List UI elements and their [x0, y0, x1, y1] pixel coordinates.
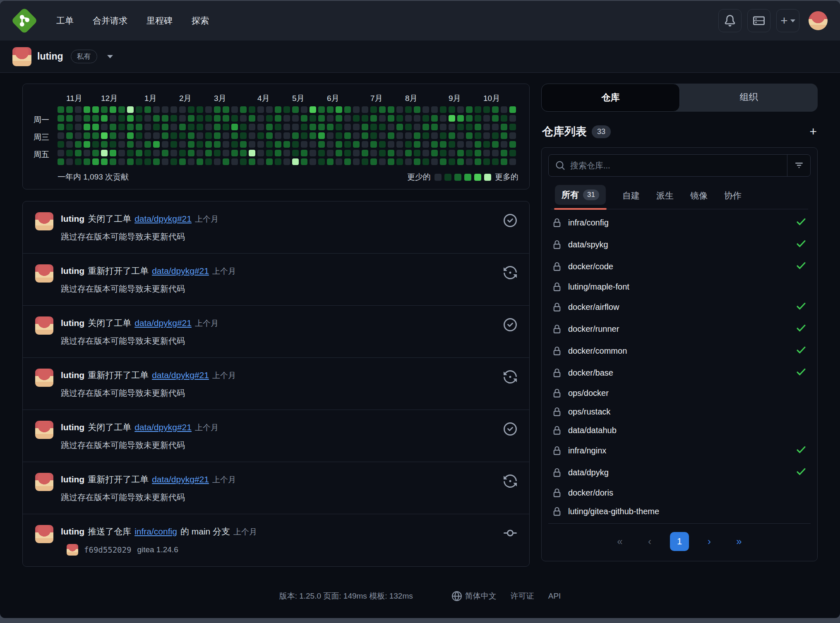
heatmap-cell[interactable]	[118, 115, 125, 122]
heatmap-cell[interactable]	[449, 115, 455, 122]
heatmap-cell[interactable]	[353, 124, 360, 130]
heatmap-cell[interactable]	[292, 141, 299, 148]
heatmap-cell[interactable]	[318, 141, 325, 148]
heatmap-cell[interactable]	[353, 141, 360, 148]
feed-avatar[interactable]	[35, 212, 53, 230]
heatmap-cell[interactable]	[153, 150, 160, 156]
heatmap-cell[interactable]	[205, 115, 212, 122]
heatmap-cell[interactable]	[249, 150, 255, 156]
heatmap-cell[interactable]	[440, 124, 446, 130]
heatmap-cell[interactable]	[214, 141, 221, 148]
heatmap-cell[interactable]	[353, 106, 360, 113]
heatmap-cell[interactable]	[75, 115, 82, 122]
heatmap-cell[interactable]	[92, 141, 99, 148]
heatmap-cell[interactable]	[440, 106, 446, 113]
heatmap-cell[interactable]	[370, 124, 377, 130]
heatmap-cell[interactable]	[362, 124, 368, 130]
heatmap-cell[interactable]	[396, 158, 403, 165]
heatmap-cell[interactable]	[66, 141, 73, 148]
heatmap-cell[interactable]	[483, 106, 490, 113]
gitea-logo-icon[interactable]	[11, 7, 38, 34]
repo-row[interactable]: infra/nginx	[548, 440, 811, 462]
heatmap-cell[interactable]	[492, 150, 499, 156]
heatmap-cell[interactable]	[501, 150, 507, 156]
heatmap-cell[interactable]	[153, 106, 160, 113]
heatmap-cell[interactable]	[66, 106, 73, 113]
heatmap-cell[interactable]	[414, 106, 420, 113]
repo-name[interactable]: docker/base	[568, 368, 789, 378]
heatmap-cell[interactable]	[275, 106, 281, 113]
heatmap-cell[interactable]	[318, 132, 325, 139]
heatmap-cell[interactable]	[257, 141, 264, 148]
heatmap-cell[interactable]	[92, 115, 99, 122]
heatmap-cell[interactable]	[466, 158, 473, 165]
heatmap-cell[interactable]	[136, 132, 142, 139]
heatmap-cell[interactable]	[205, 150, 212, 156]
heatmap-cell[interactable]	[249, 124, 255, 130]
heatmap-cell[interactable]	[466, 132, 473, 139]
heatmap-cell[interactable]	[405, 106, 412, 113]
heatmap-cell[interactable]	[292, 124, 299, 130]
heatmap-cell[interactable]	[310, 141, 316, 148]
heatmap-cell[interactable]	[422, 150, 429, 156]
heatmap-cell[interactable]	[84, 141, 90, 148]
heatmap-cell[interactable]	[457, 115, 464, 122]
heatmap-cell[interactable]	[110, 150, 116, 156]
heatmap-cell[interactable]	[483, 141, 490, 148]
heatmap-cell[interactable]	[75, 132, 82, 139]
heatmap-cell[interactable]	[84, 150, 90, 156]
heatmap-cell[interactable]	[249, 132, 255, 139]
heatmap-cell[interactable]	[362, 158, 368, 165]
heatmap-cell[interactable]	[310, 106, 316, 113]
heatmap-cell[interactable]	[344, 115, 351, 122]
heatmap-cell[interactable]	[431, 106, 438, 113]
heatmap-cell[interactable]	[388, 115, 394, 122]
repo-name[interactable]: ops/rustack	[568, 407, 806, 417]
heatmap-cell[interactable]	[84, 115, 90, 122]
feed-target-link[interactable]: data/dpykg#21	[134, 214, 192, 224]
heatmap-cell[interactable]	[170, 158, 177, 165]
feed-avatar[interactable]	[35, 473, 53, 491]
heatmap-cell[interactable]	[509, 132, 516, 139]
heatmap-cell[interactable]	[501, 124, 507, 130]
sidebar-tab[interactable]: 组织	[680, 84, 818, 112]
heatmap-cell[interactable]	[475, 106, 481, 113]
heatmap-cell[interactable]	[66, 124, 73, 130]
heatmap-cell[interactable]	[127, 106, 134, 113]
heatmap-cell[interactable]	[240, 141, 247, 148]
heatmap-cell[interactable]	[405, 124, 412, 130]
repo-filter-tab[interactable]: 所有31	[554, 184, 607, 209]
heatmap-cell[interactable]	[370, 115, 377, 122]
feed-avatar[interactable]	[35, 421, 53, 439]
heatmap-cell[interactable]	[336, 115, 342, 122]
heatmap-cell[interactable]	[144, 124, 151, 130]
heatmap-cell[interactable]	[162, 132, 168, 139]
heatmap-cell[interactable]	[483, 115, 490, 122]
heatmap-cell[interactable]	[118, 150, 125, 156]
heatmap-cell[interactable]	[231, 115, 238, 122]
heatmap-cell[interactable]	[84, 132, 90, 139]
heatmap-cell[interactable]	[501, 132, 507, 139]
heatmap-cell[interactable]	[431, 124, 438, 130]
heatmap-cell[interactable]	[370, 150, 377, 156]
heatmap-cell[interactable]	[405, 115, 412, 122]
heatmap-cell[interactable]	[388, 132, 394, 139]
heatmap-cell[interactable]	[110, 124, 116, 130]
heatmap-cell[interactable]	[179, 124, 186, 130]
feed-username[interactable]: luting	[61, 422, 84, 432]
heatmap-cell[interactable]	[327, 150, 334, 156]
heatmap-cell[interactable]	[127, 158, 134, 165]
heatmap-cell[interactable]	[266, 106, 273, 113]
heatmap-cell[interactable]	[197, 141, 203, 148]
heatmap-cell[interactable]	[266, 132, 273, 139]
heatmap-cell[interactable]	[223, 115, 229, 122]
api-link[interactable]: API	[548, 592, 561, 601]
heatmap-cell[interactable]	[318, 124, 325, 130]
heatmap-cell[interactable]	[310, 115, 316, 122]
heatmap-cell[interactable]	[475, 141, 481, 148]
heatmap-cell[interactable]	[58, 106, 64, 113]
heatmap-cell[interactable]	[197, 124, 203, 130]
repo-row[interactable]: infra/config	[548, 212, 811, 234]
feed-target-link[interactable]: data/dpykg#21	[152, 266, 209, 276]
heatmap-cell[interactable]	[509, 106, 516, 113]
